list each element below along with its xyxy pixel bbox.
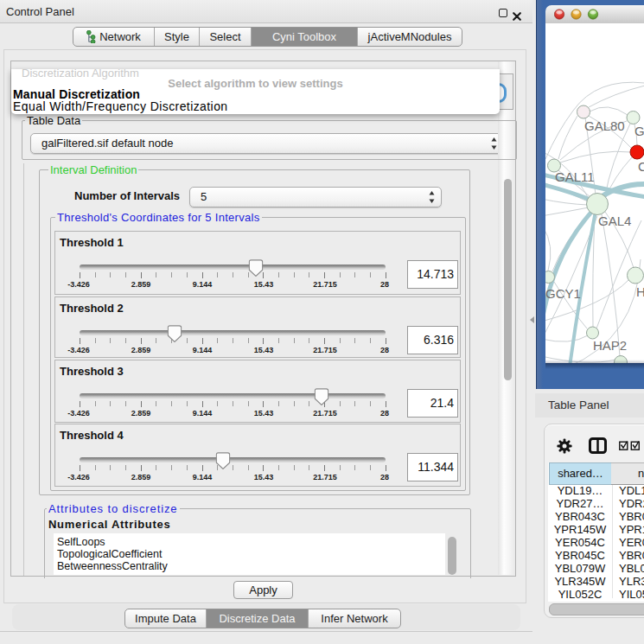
svg-text:H: H <box>636 284 644 299</box>
svg-text:HAP2: HAP2 <box>593 338 627 353</box>
svg-text:GAL4: GAL4 <box>598 214 631 228</box>
svg-text:GCY1: GCY1 <box>545 286 581 301</box>
svg-text:C: C <box>638 159 644 174</box>
svg-text:GA: GA <box>634 124 644 138</box>
svg-text:GAL80: GAL80 <box>584 118 625 133</box>
svg-text:GAL11: GAL11 <box>555 169 595 184</box>
